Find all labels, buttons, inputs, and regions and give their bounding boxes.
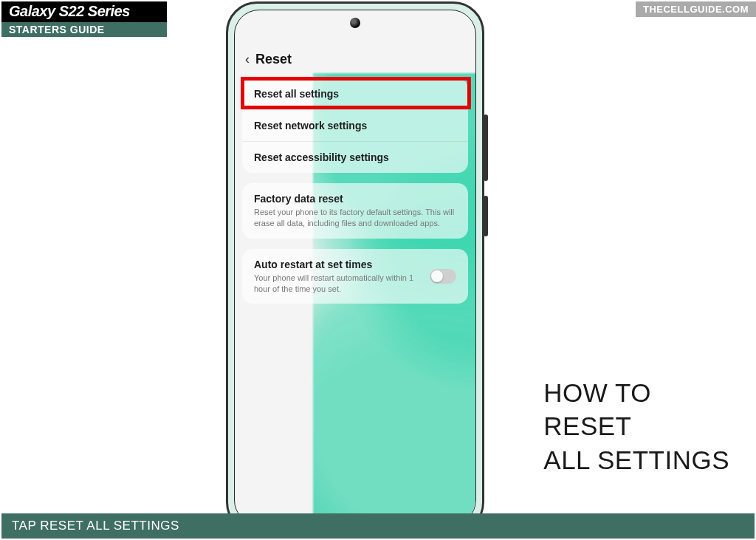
starters-guide-banner: STARTERS GUIDE — [1, 22, 167, 37]
row-auto-restart[interactable]: Auto restart at set times Your phone wil… — [242, 249, 468, 304]
row-factory-data-reset[interactable]: Factory data reset Reset your phone to i… — [242, 183, 468, 239]
settings-list: Reset all settings Reset network setting… — [242, 78, 468, 314]
watermark: THECELLGUIDE.COM — [636, 1, 756, 17]
title-line: HOW TO — [543, 376, 729, 410]
row-reset-network-settings[interactable]: Reset network settings — [242, 110, 468, 142]
series-banner: Galaxy S22 Series — [1, 1, 167, 24]
phone-frame: ‹ Reset Reset all settings Reset network… — [226, 1, 484, 533]
phone-screen: ‹ Reset Reset all settings Reset network… — [234, 10, 476, 525]
front-camera — [350, 18, 360, 28]
volume-button — [484, 115, 488, 181]
row-description: Your phone will restart automatically wi… — [254, 273, 422, 295]
title-line: RESET — [543, 409, 729, 443]
series-title: Galaxy S22 Series — [9, 3, 159, 20]
step-caption-bar: TAP RESET ALL SETTINGS — [1, 513, 755, 539]
row-label: Auto restart at set times — [254, 259, 422, 270]
row-reset-all-settings[interactable]: Reset all settings — [242, 78, 468, 110]
article-title: HOW TO RESET ALL SETTINGS — [543, 376, 729, 477]
reset-options-card: Reset all settings Reset network setting… — [242, 78, 468, 173]
power-button — [484, 196, 488, 236]
row-reset-accessibility-settings[interactable]: Reset accessibility settings — [242, 142, 468, 173]
row-description: Reset your phone to its factory default … — [254, 207, 456, 229]
row-label: Factory data reset — [254, 193, 456, 205]
row-label: Reset all settings — [254, 88, 456, 100]
row-label: Reset network settings — [254, 120, 456, 131]
app-bar: ‹ Reset — [235, 46, 475, 73]
title-line: ALL SETTINGS — [543, 443, 729, 477]
back-icon[interactable]: ‹ — [245, 52, 250, 67]
auto-restart-card: Auto restart at set times Your phone wil… — [242, 249, 468, 304]
step-caption: TAP RESET ALL SETTINGS — [12, 519, 179, 533]
page-title: Reset — [255, 52, 292, 67]
row-label: Reset accessibility settings — [254, 151, 456, 163]
auto-restart-toggle[interactable] — [430, 269, 456, 284]
factory-reset-card: Factory data reset Reset your phone to i… — [242, 183, 468, 239]
